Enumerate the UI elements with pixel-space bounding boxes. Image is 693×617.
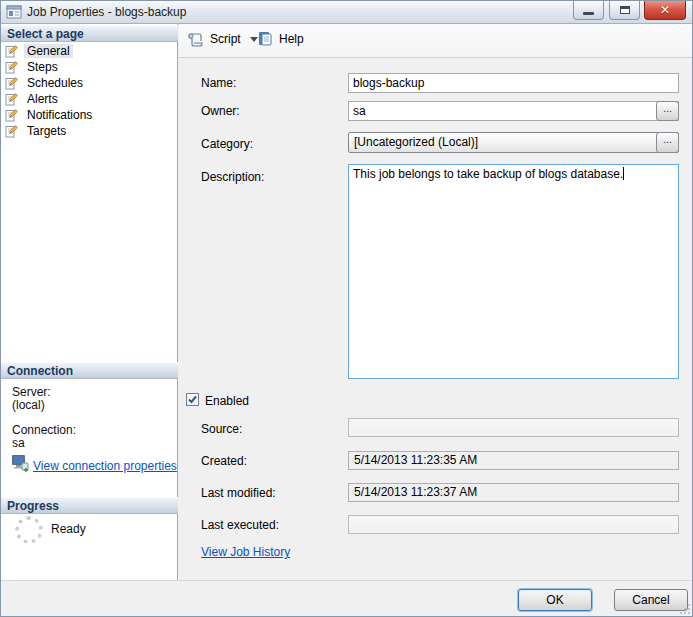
progress-header: Progress (1, 497, 178, 514)
page-icon (5, 45, 18, 58)
enabled-checkbox[interactable] (186, 393, 199, 406)
category-label: Category: (201, 137, 253, 151)
owner-label: Owner: (201, 104, 240, 118)
page-icon (5, 93, 18, 106)
category-value: [Uncategorized (Local)] (354, 135, 478, 149)
view-connection-properties-link[interactable]: View connection properties (33, 459, 177, 473)
sidebar-item-label: Schedules (24, 76, 86, 90)
titlebar: Job Properties - blogs-backup ✕ (1, 1, 692, 24)
ok-button[interactable]: OK (518, 589, 592, 611)
server-value: (local) (12, 398, 45, 412)
help-button[interactable]: Help (257, 30, 304, 47)
select-page-header: Select a page (1, 25, 178, 42)
script-label: Script (210, 32, 241, 46)
enabled-label: Enabled (205, 394, 249, 408)
last-modified-field: 5/14/2013 11:23:37 AM (348, 483, 679, 502)
last-modified-label: Last modified: (201, 486, 276, 500)
created-label: Created: (201, 454, 247, 468)
script-icon (187, 30, 205, 48)
footer: OK Cancel (1, 580, 693, 617)
help-icon (257, 30, 274, 47)
progress-status: Ready (51, 522, 86, 536)
close-icon: ✕ (660, 4, 670, 16)
maximize-button[interactable] (609, 1, 640, 20)
job-properties-dialog: Job Properties - blogs-backup ✕ Select a… (0, 0, 693, 617)
sidebar-item-label: General (24, 44, 73, 58)
sidebar-item-label: Notifications (24, 108, 95, 122)
owner-input[interactable] (348, 101, 679, 121)
window-icon (6, 4, 22, 20)
source-label: Source: (201, 422, 242, 436)
sidebar-item-notifications[interactable]: Notifications (5, 107, 173, 123)
description-text: This job belongs to take backup of blogs… (353, 167, 623, 181)
category-browse-button[interactable]: ... (656, 132, 679, 153)
description-label: Description: (201, 170, 264, 184)
help-label: Help (279, 32, 304, 46)
page-icon (5, 109, 18, 122)
category-select[interactable]: [Uncategorized (Local)] (348, 132, 679, 153)
connection-label: Connection: (12, 423, 76, 437)
resize-grip[interactable] (679, 603, 691, 615)
last-executed-label: Last executed: (201, 518, 279, 532)
connection-value: sa (12, 436, 25, 450)
script-button[interactable]: Script (187, 30, 258, 48)
page-icon (5, 61, 18, 74)
cancel-button[interactable]: Cancel (614, 589, 688, 611)
connection-properties-icon (11, 454, 30, 472)
created-field: 5/14/2013 11:23:35 AM (348, 451, 679, 470)
name-label: Name: (201, 76, 236, 90)
page-icon (5, 77, 18, 90)
connection-header: Connection (1, 362, 178, 379)
sidebar-item-alerts[interactable]: Alerts (5, 91, 173, 107)
sidebar-item-label: Alerts (24, 92, 61, 106)
text-caret (623, 167, 624, 180)
view-job-history-link[interactable]: View Job History (201, 545, 290, 559)
sidebar-item-schedules[interactable]: Schedules (5, 75, 173, 91)
sidebar-item-steps[interactable]: Steps (5, 59, 173, 75)
minimize-button[interactable] (573, 1, 604, 20)
window-title: Job Properties - blogs-backup (27, 5, 186, 19)
minimize-icon (583, 12, 594, 15)
page-icon (5, 125, 18, 138)
toolbar: Script Help (179, 24, 693, 58)
owner-browse-button[interactable]: ... (656, 101, 679, 121)
check-icon (187, 394, 198, 405)
source-field (348, 418, 679, 437)
progress-spinner-icon (15, 516, 43, 544)
maximize-icon (620, 6, 630, 14)
last-executed-field (348, 515, 679, 534)
name-input[interactable] (348, 73, 679, 93)
sidebar-item-targets[interactable]: Targets (5, 123, 173, 139)
sidebar-item-general[interactable]: General (5, 43, 173, 59)
sidebar-item-label: Steps (24, 60, 61, 74)
server-label: Server: (12, 385, 51, 399)
description-textarea[interactable]: This job belongs to take backup of blogs… (348, 164, 679, 379)
close-button[interactable]: ✕ (644, 1, 686, 20)
sidebar-item-label: Targets (24, 124, 69, 138)
